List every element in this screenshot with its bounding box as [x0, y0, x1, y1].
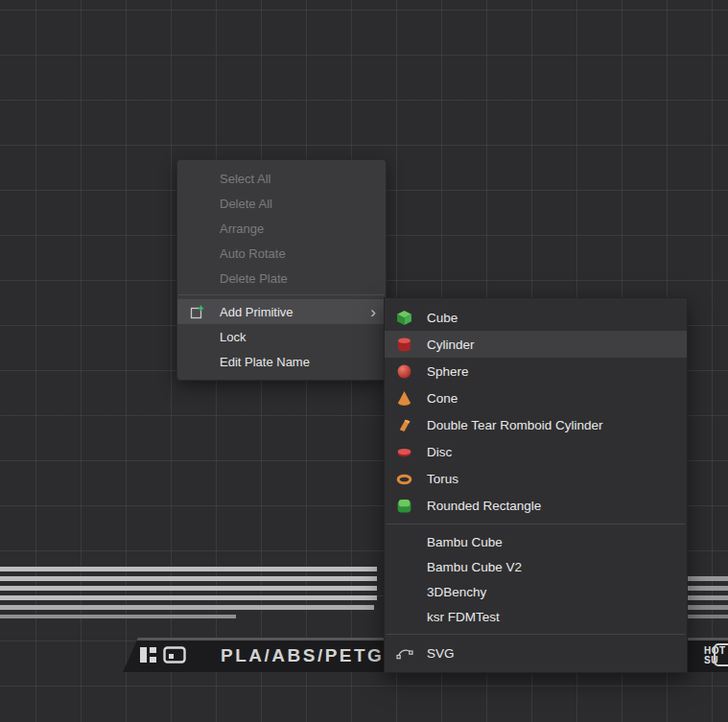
plate-stripe — [0, 576, 377, 581]
submenu-item-label: Disc — [427, 445, 452, 459]
sphere-icon — [396, 363, 427, 380]
plate-material-label: PLA/ABS/PETG — [221, 645, 384, 666]
submenu-item-label: Cone — [427, 391, 458, 406]
submenu-item-double-tear-romboid-cylinder[interactable]: Double Tear Romboid Cylinder — [385, 411, 687, 438]
menu-item-label: Edit Plate Name — [220, 355, 310, 369]
plate-stripe — [0, 605, 374, 610]
plate-stripe — [0, 595, 377, 600]
submenu-item-label: Rounded Rectangle — [427, 499, 541, 513]
menu-item-label: Delete All — [220, 197, 272, 211]
submenu-item-rounded-rectangle[interactable]: Rounded Rectangle — [385, 492, 687, 519]
submenu-item-label: Cube — [427, 311, 458, 325]
plate-context-menu: Select All Delete All Arrange Auto Rotat… — [176, 159, 387, 381]
menu-item-select-all: Select All — [177, 166, 386, 191]
submenu-item-label: Bambu Cube — [427, 535, 503, 549]
cylinder-icon — [396, 337, 427, 353]
menu-item-label: Arrange — [220, 221, 264, 236]
menu-item-label: Delete Plate — [220, 271, 288, 286]
submenu-item-sphere[interactable]: Sphere — [385, 358, 687, 384]
menu-item-lock[interactable]: Lock — [177, 324, 386, 349]
menu-item-edit-plate-name[interactable]: Edit Plate Name — [177, 349, 386, 374]
plate-edge-badge — [714, 643, 728, 666]
menu-separator — [178, 294, 385, 295]
submenu-item-label: Sphere — [427, 364, 469, 379]
submenu-item-ksr-fdmtest[interactable]: ksr FDMTest — [385, 604, 687, 629]
submenu-item-label: Double Tear Romboid Cylinder — [427, 418, 603, 432]
bambu-logo-icon — [139, 646, 158, 667]
add-primitive-submenu: Cube Cylinder Sphere Con — [384, 297, 688, 673]
add-primitive-icon — [189, 304, 220, 320]
menu-item-add-primitive[interactable]: Add Primitive › — [177, 299, 386, 324]
submenu-item-label: SVG — [427, 646, 455, 661]
menu-item-label: Auto Rotate — [220, 246, 286, 261]
submenu-item-label: Torus — [427, 472, 458, 486]
submenu-item-torus[interactable]: Torus — [385, 465, 687, 492]
menu-item-label: Add Primitive — [220, 305, 294, 319]
menu-item-label: Select All — [220, 172, 270, 186]
submenu-item-disc[interactable]: Disc — [385, 438, 687, 465]
disc-icon — [396, 444, 427, 460]
submenu-separator — [387, 634, 685, 635]
submenu-chevron-icon: › — [370, 304, 376, 320]
submenu-item-bambu-cube[interactable]: Bambu Cube — [385, 529, 687, 554]
menu-item-delete-plate: Delete Plate — [177, 266, 386, 291]
submenu-separator — [387, 524, 685, 524]
submenu-item-svg[interactable]: SVG — [385, 640, 687, 666]
submenu-item-label: ksr FDMTest — [427, 610, 500, 624]
menu-item-auto-rotate: Auto Rotate — [177, 241, 386, 266]
menu-item-delete-all: Delete All — [177, 191, 386, 216]
submenu-item-label: Bambu Cube V2 — [427, 560, 522, 574]
cube-icon — [396, 310, 427, 326]
romboid-cylinder-icon — [396, 417, 427, 433]
submenu-item-cube[interactable]: Cube — [385, 304, 687, 331]
plate-stripe — [0, 615, 236, 618]
menu-item-arrange: Arrange — [177, 216, 386, 241]
torus-icon — [396, 471, 427, 487]
submenu-item-cylinder[interactable]: Cylinder — [385, 331, 687, 358]
rounded-rectangle-icon — [396, 498, 427, 514]
plate-stripe — [0, 567, 377, 571]
submenu-item-bambu-cube-v2[interactable]: Bambu Cube V2 — [385, 554, 687, 579]
plate-brand-icon — [163, 646, 186, 667]
svg-curve-icon — [396, 645, 427, 661]
plate-stripe — [0, 586, 377, 591]
submenu-item-label: Cylinder — [427, 338, 475, 352]
submenu-item-cone[interactable]: Cone — [385, 384, 687, 411]
submenu-item-label: 3DBenchy — [427, 585, 486, 599]
menu-item-label: Lock — [220, 330, 246, 344]
cone-icon — [396, 390, 427, 407]
submenu-item-3dbenchy[interactable]: 3DBenchy — [385, 579, 687, 604]
